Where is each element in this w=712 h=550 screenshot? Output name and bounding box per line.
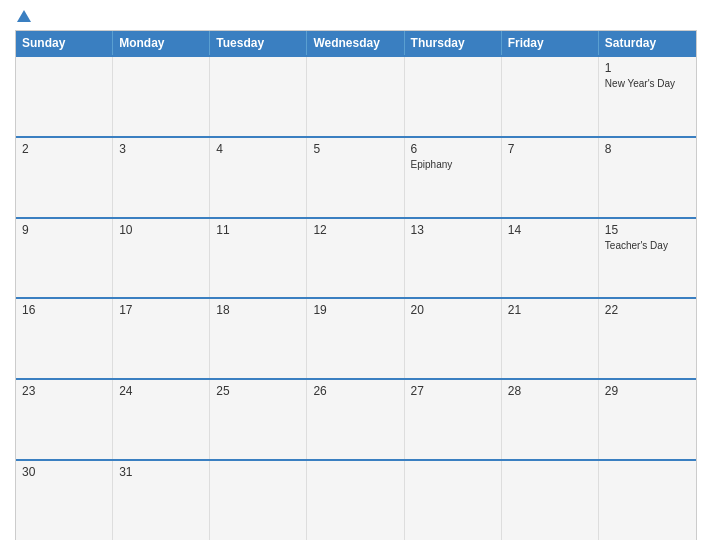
day-number: 11	[216, 223, 300, 237]
day-number: 18	[216, 303, 300, 317]
day-cell: 16	[16, 299, 113, 378]
day-cell: 26	[307, 380, 404, 459]
day-cell: 7	[502, 138, 599, 217]
day-number: 15	[605, 223, 690, 237]
holiday-name: Epiphany	[411, 159, 495, 170]
day-header-friday: Friday	[502, 31, 599, 55]
day-cell	[502, 57, 599, 136]
day-cell: 25	[210, 380, 307, 459]
day-cell: 9	[16, 219, 113, 298]
logo	[15, 10, 31, 22]
day-cell: 4	[210, 138, 307, 217]
day-cell	[405, 461, 502, 540]
day-cell: 18	[210, 299, 307, 378]
calendar-header	[15, 10, 697, 22]
day-number: 27	[411, 384, 495, 398]
day-cell: 22	[599, 299, 696, 378]
logo-triangle-icon	[17, 10, 31, 22]
day-cell	[405, 57, 502, 136]
day-cell	[307, 57, 404, 136]
day-number: 9	[22, 223, 106, 237]
day-number: 17	[119, 303, 203, 317]
day-cell: 21	[502, 299, 599, 378]
day-number: 13	[411, 223, 495, 237]
day-cell: 29	[599, 380, 696, 459]
day-cell: 1New Year's Day	[599, 57, 696, 136]
day-cell: 19	[307, 299, 404, 378]
week-row-3: 9101112131415Teacher's Day	[16, 217, 696, 298]
day-header-sunday: Sunday	[16, 31, 113, 55]
day-header-thursday: Thursday	[405, 31, 502, 55]
day-cell: 23	[16, 380, 113, 459]
day-number: 21	[508, 303, 592, 317]
day-number: 10	[119, 223, 203, 237]
day-headers-row: SundayMondayTuesdayWednesdayThursdayFrid…	[16, 31, 696, 55]
day-number: 6	[411, 142, 495, 156]
day-cell: 12	[307, 219, 404, 298]
day-cell	[307, 461, 404, 540]
week-row-5: 23242526272829	[16, 378, 696, 459]
day-cell: 14	[502, 219, 599, 298]
day-number: 8	[605, 142, 690, 156]
day-cell	[502, 461, 599, 540]
day-cell: 13	[405, 219, 502, 298]
day-number: 20	[411, 303, 495, 317]
day-cell: 15Teacher's Day	[599, 219, 696, 298]
day-number: 26	[313, 384, 397, 398]
day-header-tuesday: Tuesday	[210, 31, 307, 55]
day-number: 4	[216, 142, 300, 156]
week-row-6: 3031	[16, 459, 696, 540]
day-number: 24	[119, 384, 203, 398]
day-number: 16	[22, 303, 106, 317]
holiday-name: Teacher's Day	[605, 240, 690, 251]
day-header-monday: Monday	[113, 31, 210, 55]
day-cell	[113, 57, 210, 136]
day-number: 2	[22, 142, 106, 156]
day-number: 1	[605, 61, 690, 75]
day-number: 3	[119, 142, 203, 156]
day-number: 31	[119, 465, 203, 479]
day-number: 5	[313, 142, 397, 156]
day-cell: 8	[599, 138, 696, 217]
day-cell: 3	[113, 138, 210, 217]
day-cell: 17	[113, 299, 210, 378]
day-cell: 28	[502, 380, 599, 459]
day-number: 29	[605, 384, 690, 398]
day-cell	[599, 461, 696, 540]
day-cell: 10	[113, 219, 210, 298]
day-number: 25	[216, 384, 300, 398]
day-cell: 11	[210, 219, 307, 298]
day-number: 7	[508, 142, 592, 156]
day-number: 23	[22, 384, 106, 398]
calendar-container: SundayMondayTuesdayWednesdayThursdayFrid…	[0, 0, 712, 550]
week-row-1: 1New Year's Day	[16, 55, 696, 136]
day-cell: 6Epiphany	[405, 138, 502, 217]
day-header-wednesday: Wednesday	[307, 31, 404, 55]
week-row-2: 23456Epiphany78	[16, 136, 696, 217]
calendar-grid: SundayMondayTuesdayWednesdayThursdayFrid…	[15, 30, 697, 540]
day-number: 19	[313, 303, 397, 317]
day-cell: 24	[113, 380, 210, 459]
weeks-container: 1New Year's Day23456Epiphany789101112131…	[16, 55, 696, 540]
day-number: 14	[508, 223, 592, 237]
day-cell: 5	[307, 138, 404, 217]
day-cell	[210, 461, 307, 540]
day-number: 12	[313, 223, 397, 237]
day-cell: 27	[405, 380, 502, 459]
holiday-name: New Year's Day	[605, 78, 690, 89]
day-cell: 2	[16, 138, 113, 217]
day-cell: 30	[16, 461, 113, 540]
day-cell	[16, 57, 113, 136]
day-number: 30	[22, 465, 106, 479]
day-header-saturday: Saturday	[599, 31, 696, 55]
day-cell	[210, 57, 307, 136]
day-cell: 20	[405, 299, 502, 378]
day-cell: 31	[113, 461, 210, 540]
week-row-4: 16171819202122	[16, 297, 696, 378]
day-number: 22	[605, 303, 690, 317]
day-number: 28	[508, 384, 592, 398]
